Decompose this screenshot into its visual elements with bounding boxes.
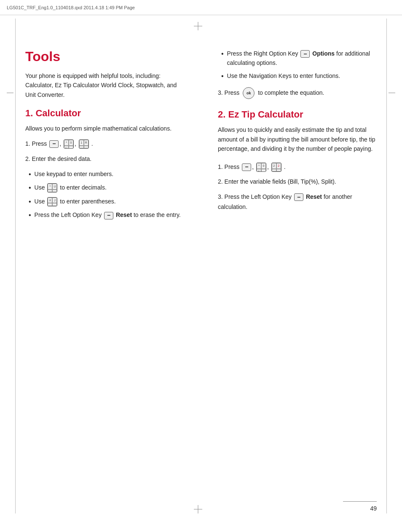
ez-step2-text: 2. Enter the variable fields (Bill, Tip(… (218, 178, 336, 185)
ez-reset-label: Reset (306, 193, 322, 200)
ez-step3: 3. Press the Left Option Key − Reset for… (218, 192, 377, 212)
k3 (48, 190, 52, 192)
ez-k5: 2 (272, 163, 276, 169)
ok-key-icon: ok (243, 87, 255, 99)
bullet-item-3: Use # J to enter parentheses. (29, 197, 184, 207)
reg-cross-top (194, 22, 202, 30)
ez-k8 (276, 169, 281, 171)
ez-step3-prefix: 3. Press the Left Option Key (218, 193, 292, 200)
bullet-item-4: Press the Left Option Key − Reset to era… (29, 210, 184, 221)
tick-left-mid (7, 93, 13, 93)
tick-right-mid (389, 93, 395, 93)
key-cell-blank3 (84, 146, 88, 148)
step3-prefix: 3. Press (218, 89, 239, 96)
tools-intro: Your phone is equipped with helpful tool… (25, 71, 184, 99)
right-bullet-text-2: Use the Navigation Keys to enter functio… (227, 71, 340, 80)
key-cell-blank2 (79, 146, 84, 148)
key-cell-N: N (64, 146, 69, 149)
right-bullet-1: Press the Right Option Key − Options for… (221, 49, 377, 68)
key-cell-blank1 (69, 146, 73, 149)
ez-left-option-key: − (294, 193, 303, 201)
options-label: Options (312, 50, 335, 57)
ez-k3: N (257, 169, 261, 172)
h1: # (48, 198, 52, 203)
step2-text: 2. Enter the desired data. (25, 155, 91, 162)
right-option-key-icon: − (300, 50, 310, 58)
bullet-item-1: Use keypad to enter numbers. (29, 169, 184, 180)
calc-cont-bullets: Press the Right Option Key − Options for… (218, 49, 377, 81)
ez-k1: * (257, 163, 261, 169)
left-column: Tools Your phone is equipped with helpfu… (25, 49, 193, 227)
h4 (52, 203, 57, 206)
border-right (386, 19, 387, 513)
h2: J (52, 198, 57, 203)
minus-key-icon: − (49, 140, 59, 148)
ez-step2: 2. Enter the variable fields (Bill, Tip(… (218, 177, 377, 187)
bullet-text-1: Use keypad to enter numbers. (35, 169, 114, 179)
calc-step2: 2. Enter the desired data. (25, 154, 184, 164)
header-text: LG501C_TRF_Eng1.0_1104018.qxd 2011.4.18 … (7, 5, 135, 10)
k1: * (48, 184, 52, 189)
reg-cross-bottom (194, 505, 202, 513)
right-bullet-2: Use the Navigation Keys to enter functio… (221, 71, 377, 82)
bullet-text-2: Use * U to enter decimals. (35, 183, 107, 192)
ez-k4 (261, 169, 266, 172)
tools-title: Tools (25, 49, 184, 64)
bullet-text-3: Use # J to enter parentheses. (35, 197, 116, 206)
step1-prefix: 1. Press (25, 140, 47, 147)
key-cell-1: 1 (79, 140, 84, 146)
ez-tip-desc: Allows you to quickly and easily estimat… (218, 125, 377, 153)
ez-k7 (272, 169, 276, 171)
calculator-desc: Allows you to perform simple mathematica… (25, 124, 184, 134)
ez-step1-suffix: . (284, 163, 286, 170)
k4 (52, 190, 57, 192)
right-column: Press the Right Option Key − Options for… (209, 49, 377, 227)
right-bullet-text-1: Press the Right Option Key − Options for… (227, 49, 377, 68)
header-bar: LG501C_TRF_Eng1.0_1104018.qxd 2011.4.18 … (0, 0, 402, 15)
ez-two-key: 2 2 (271, 163, 281, 172)
bottom-divider (343, 501, 377, 502)
calculator-title: 1. Calculator (25, 108, 184, 119)
bullet-text-4: Press the Left Option Key − Reset to era… (35, 210, 181, 219)
h3 (48, 203, 52, 206)
step3-suffix: to complete the equation. (258, 89, 324, 96)
ez-tip-title: 2. Ez Tip Calculator (218, 109, 377, 120)
hash-key-icon: # J (47, 197, 57, 206)
calc-step1: 1. Press −, * 0 N , 1 R . (25, 139, 184, 149)
page-content: Tools Your phone is equipped with helpfu… (0, 15, 402, 252)
border-left (15, 19, 16, 513)
key-cell-0: 0 (69, 140, 73, 146)
step1-suffix: . (91, 140, 93, 147)
ez-zero-n-key: * 0 N (256, 163, 266, 172)
key-cell-star: * (64, 140, 69, 146)
ez-step1-prefix: 1. Press (218, 163, 239, 170)
asterisk-key-icon: * U (47, 183, 57, 192)
ez-k2: 0 (261, 163, 266, 169)
ez-step1: 1. Press −, * 0 N , 2 2 . (218, 162, 377, 172)
ez-minus-key: − (242, 163, 251, 171)
key-cell-R: R (84, 140, 88, 146)
page-number: 49 (370, 505, 377, 512)
bullet-item-2: Use * U to enter decimals. (29, 183, 184, 193)
calc-step3: 3. Press ok to complete the equation. (218, 87, 377, 99)
k2: U (52, 184, 57, 189)
calc-bullet-list: Use keypad to enter numbers. Use * U to … (25, 169, 184, 221)
ez-k6: 2 (276, 163, 281, 169)
one-r-key-icon: 1 R (79, 139, 89, 149)
zero-n-key-icon: * 0 N (64, 139, 74, 149)
left-option-key-icon: − (104, 212, 113, 219)
reset-label: Reset (116, 211, 132, 218)
